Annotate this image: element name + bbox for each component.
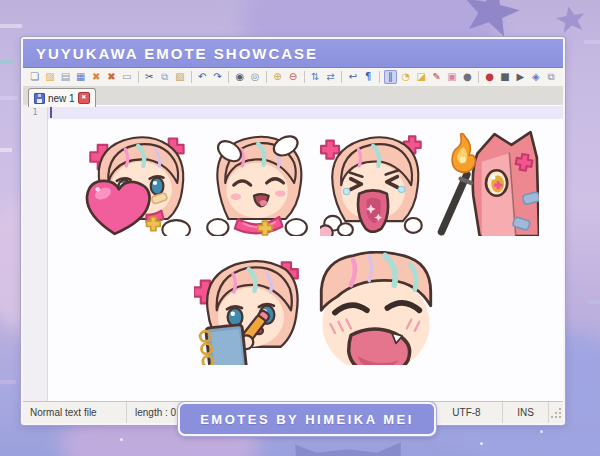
document-list-icon[interactable]: ✎ xyxy=(430,70,443,84)
window-titlebar[interactable]: YUYUKAWA EMOTE SHOWCASE xyxy=(23,39,563,68)
print-icon[interactable]: ▭ xyxy=(120,70,133,84)
glitch-strip xyxy=(0,60,14,64)
undo-icon[interactable]: ↶ xyxy=(196,70,209,84)
emote-taking-notes xyxy=(194,251,308,365)
replace-icon[interactable]: ◎ xyxy=(249,70,262,84)
toolbar-separator xyxy=(191,71,192,83)
word-wrap-icon[interactable]: ↩ xyxy=(346,70,359,84)
emote-happy-headpat xyxy=(203,130,309,236)
glitch-strip xyxy=(0,24,22,28)
credit-banner-text: EMOTES BY HIMEIKA MEI xyxy=(200,412,414,427)
tab-label: new 1 xyxy=(48,93,75,104)
sparkle xyxy=(120,438,123,441)
text-caret xyxy=(50,107,52,118)
toolbar-separator xyxy=(341,71,342,83)
indent-guide-icon[interactable]: ∥ xyxy=(384,70,397,84)
glitch-strip xyxy=(584,40,600,44)
redo-icon[interactable]: ↷ xyxy=(211,70,224,84)
status-insert-mode: INS xyxy=(503,402,549,423)
toolbar-separator xyxy=(266,71,267,83)
sparkle xyxy=(480,442,483,445)
resize-grip[interactable] xyxy=(549,402,563,423)
status-file-type: Normal text file xyxy=(23,402,127,423)
emote-bag-head-torch xyxy=(433,130,539,236)
zoom-in-icon[interactable]: ⊕ xyxy=(271,70,284,84)
line-number: 1 xyxy=(23,107,47,117)
cut-icon[interactable]: ✂ xyxy=(142,70,155,84)
save-all-icon[interactable]: ▦ xyxy=(74,70,87,84)
tab-bar: new 1 ✖ xyxy=(23,87,563,107)
current-line-highlight xyxy=(48,106,563,119)
macro-play-icon[interactable]: ▶ xyxy=(514,70,527,84)
glitch-strip xyxy=(588,300,600,304)
close-all-icon[interactable]: ✖ xyxy=(105,70,118,84)
close-icon[interactable]: ✖ xyxy=(89,70,102,84)
save-icon[interactable]: ▤ xyxy=(59,70,72,84)
window-title: YUYUKAWA EMOTE SHOWCASE xyxy=(36,45,318,62)
paste-icon[interactable]: ▧ xyxy=(173,70,186,84)
tab-new-1[interactable]: new 1 ✖ xyxy=(28,88,96,107)
emote-big-sob xyxy=(319,251,433,365)
copy-icon[interactable]: ⧉ xyxy=(158,70,171,84)
sync-horizontal-icon[interactable]: ⇄ xyxy=(324,70,337,84)
star-decoration xyxy=(554,4,588,37)
macro-save-icon[interactable]: ◈ xyxy=(529,70,542,84)
macro-run-icon[interactable]: ⧉ xyxy=(544,70,557,84)
toolbar-separator xyxy=(478,71,479,83)
emote-heart-hug xyxy=(85,130,191,236)
line-number-gutter: 1 xyxy=(23,105,48,402)
zoom-out-icon[interactable]: ⊖ xyxy=(286,70,299,84)
screenshot-root: YUYUKAWA EMOTE SHOWCASE ❏▨▤▦✖✖▭✂⧉▧↶↷◉◎⊕⊖… xyxy=(0,0,600,456)
glitch-strip xyxy=(0,380,16,384)
tab-close-icon[interactable]: ✖ xyxy=(78,92,90,104)
find-icon[interactable]: ◉ xyxy=(233,70,246,84)
credit-banner: EMOTES BY HIMEIKA MEI xyxy=(178,402,436,436)
document-map-icon[interactable]: ◪ xyxy=(415,70,428,84)
toolbar-separator xyxy=(228,71,229,83)
glitch-strip xyxy=(0,148,12,152)
unsaved-file-icon xyxy=(34,93,45,104)
glitch-strip xyxy=(0,96,18,100)
sync-vertical-icon[interactable]: ⇅ xyxy=(309,70,322,84)
toolbar: ❏▨▤▦✖✖▭✂⧉▧↶↷◉◎⊕⊖⇅⇄↩¶∥◔◪✎▣●●■▶◈⧉ xyxy=(23,68,563,87)
macro-record-icon[interactable]: ● xyxy=(483,70,496,84)
monitoring-icon[interactable]: ● xyxy=(461,70,474,84)
folder-as-workspace-icon[interactable]: ▣ xyxy=(445,70,458,84)
toolbar-separator xyxy=(379,71,380,83)
toolbar-separator xyxy=(138,71,139,83)
toolbar-separator xyxy=(304,71,305,83)
show-all-characters-icon[interactable]: ¶ xyxy=(362,70,375,84)
sparkle xyxy=(540,430,543,433)
new-file-icon[interactable]: ❏ xyxy=(28,70,41,84)
function-list-icon[interactable]: ◔ xyxy=(399,70,412,84)
status-encoding: UTF-8 xyxy=(431,402,503,423)
macro-stop-icon[interactable]: ■ xyxy=(498,70,511,84)
emote-wailing-cry xyxy=(320,130,426,236)
open-file-icon[interactable]: ▨ xyxy=(43,70,56,84)
